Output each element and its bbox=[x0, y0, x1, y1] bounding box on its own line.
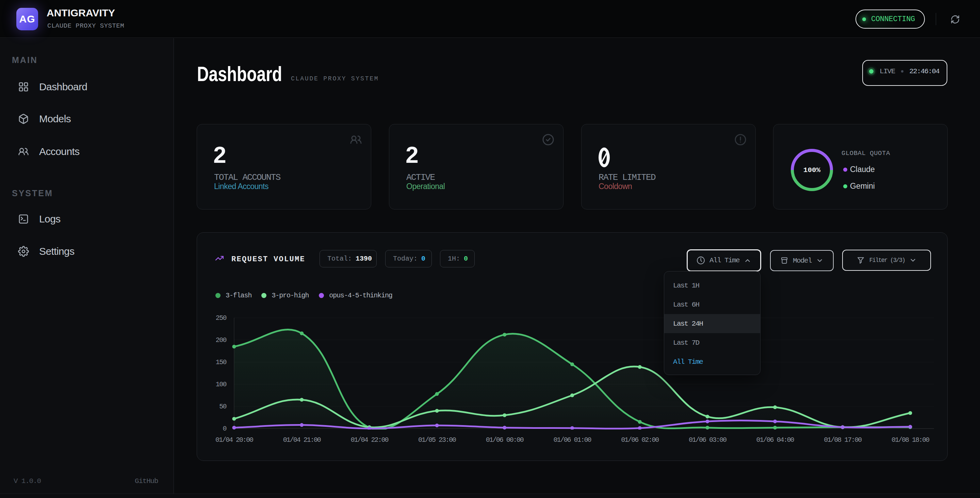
svg-text:0: 0 bbox=[223, 425, 227, 433]
svg-text:01/06 04:00: 01/06 04:00 bbox=[756, 436, 794, 444]
svg-text:01/08 17:00: 01/08 17:00 bbox=[824, 436, 862, 444]
svg-text:100%: 100% bbox=[803, 166, 821, 174]
svg-text:01/06 01:00: 01/06 01:00 bbox=[553, 436, 591, 444]
svg-text:01/06 03:00: 01/06 03:00 bbox=[689, 436, 727, 444]
svg-text:100: 100 bbox=[216, 380, 227, 388]
svg-text:01/04 20:00: 01/04 20:00 bbox=[215, 436, 253, 444]
svg-text:01/06 02:00: 01/06 02:00 bbox=[621, 436, 659, 444]
svg-text:01/06 00:00: 01/06 00:00 bbox=[486, 436, 524, 444]
svg-text:200: 200 bbox=[216, 336, 227, 344]
svg-text:150: 150 bbox=[216, 358, 227, 366]
svg-text:50: 50 bbox=[219, 402, 226, 410]
svg-text:250: 250 bbox=[216, 314, 227, 322]
svg-text:01/08 18:00: 01/08 18:00 bbox=[891, 436, 929, 444]
svg-text:01/04 21:00: 01/04 21:00 bbox=[283, 436, 321, 444]
svg-text:01/04 22:00: 01/04 22:00 bbox=[350, 436, 388, 444]
svg-text:01/05 23:00: 01/05 23:00 bbox=[418, 436, 456, 444]
